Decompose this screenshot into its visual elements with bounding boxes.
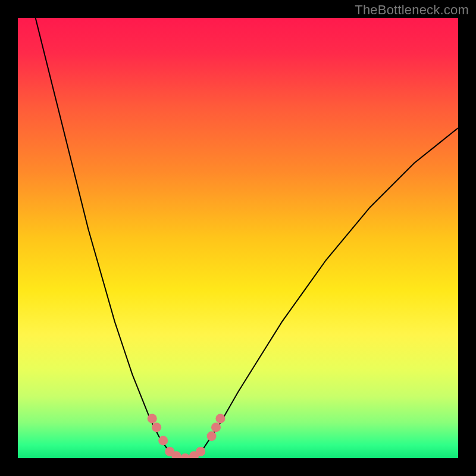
marker-dot [215, 414, 225, 423]
marker-dot [158, 436, 168, 445]
marker-dot [211, 422, 221, 432]
plot-area [18, 18, 458, 458]
marker-dot [207, 431, 217, 441]
chart-frame: TheBottleneck.com [0, 0, 476, 476]
bottleneck-chart [18, 18, 458, 458]
marker-dot [196, 447, 205, 456]
watermark-text: TheBottleneck.com [355, 2, 469, 18]
marker-dot [152, 422, 161, 432]
marker-dot [148, 414, 157, 423]
